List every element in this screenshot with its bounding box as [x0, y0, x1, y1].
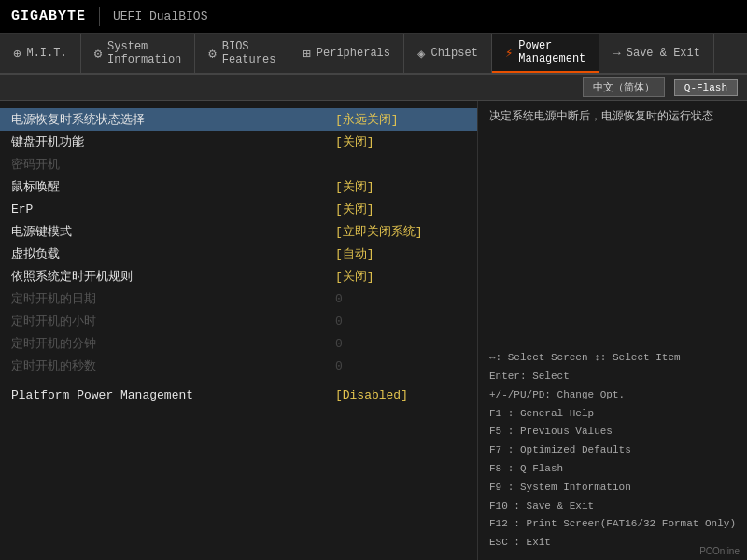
menu-label-7: 依照系统定时开机规则 [11, 268, 335, 285]
menu-row-6[interactable]: 虚拟负载[自动] [0, 243, 477, 265]
menu-label-6: 虚拟负载 [11, 245, 335, 262]
lang-bar: 中文（简体） Q-Flash [0, 75, 747, 101]
lang-button[interactable]: 中文（简体） [583, 77, 665, 97]
nav-tab-bios[interactable]: ⚙BIOSFeatures [195, 34, 289, 73]
menu-row-10[interactable]: 定时开机的分钟0 [0, 332, 477, 355]
menu-value-3: [关闭] [335, 178, 466, 195]
menu-value-8: 0 [335, 292, 466, 306]
menu-label-3: 鼠标唤醒 [11, 178, 335, 195]
nav-tabs: ⊕M.I.T.⚙SystemInformation⚙BIOSFeatures⊞P… [0, 34, 747, 75]
menu-label-9: 定时开机的小时 [11, 313, 335, 329]
menu-value-0: [永远关闭] [335, 111, 466, 128]
menu-value-9: 0 [335, 315, 466, 329]
menu-label-10: 定时开机的分钟 [11, 335, 335, 352]
key-hint-1: Enter: Select [489, 368, 736, 386]
periph-icon: ⊞ [303, 46, 310, 62]
menu-value-10: 0 [335, 337, 466, 351]
nav-tab-mit[interactable]: ⊕M.I.T. [0, 34, 81, 73]
menu-label-2: 密码开机 [11, 156, 466, 173]
menu-value-4: [关闭] [335, 201, 466, 217]
key-hint-4: F5 : Previous Values [489, 423, 736, 441]
nav-tab-chipset[interactable]: ◈Chipset [404, 34, 492, 73]
right-panel: 决定系统电源中断后，电源恢复时的运行状态 ↔: Select Screen ↕:… [478, 101, 747, 560]
brand-subtitle: UEFI DualBIOS [113, 9, 207, 23]
nav-tab-label-mit: M.I.T. [26, 47, 66, 60]
menu-value-1: [关闭] [335, 133, 466, 150]
menu-row-8[interactable]: 定时开机的日期0 [0, 287, 477, 310]
menu-value-11: 0 [335, 359, 466, 373]
key-hint-6: F8 : Q-Flash [489, 460, 736, 479]
menu-value-7: [关闭] [335, 268, 466, 285]
menu-row-7[interactable]: 依照系统定时开机规则[关闭] [0, 265, 477, 287]
menu-label-8: 定时开机的日期 [11, 290, 335, 307]
brand-bar: GIGABYTE UEFI DualBIOS [0, 0, 747, 34]
menu-label-1: 键盘开机功能 [11, 133, 335, 150]
key-hint-9: F12 : Print Screen(FAT16/32 Format Only) [489, 515, 736, 534]
left-panel: 电源恢复时系统状态选择[永远关闭]键盘开机功能[关闭]密码开机鼠标唤醒[关闭]E… [0, 101, 478, 560]
key-hint-2: +/-/PU/PD: Change Opt. [489, 386, 736, 405]
menu-row-4[interactable]: ErP[关闭] [0, 198, 477, 220]
menu-row-0[interactable]: 电源恢复时系统状态选择[永远关闭] [0, 108, 477, 131]
nav-tab-sysinfo[interactable]: ⚙SystemInformation [81, 34, 196, 73]
nav-tab-label-chipset: Chipset [430, 47, 477, 60]
menu-row-13[interactable]: Platform Power Management[Disabled] [0, 385, 477, 405]
nav-tab-power[interactable]: ⚡PowerManagement [492, 34, 599, 73]
key-hint-0: ↔: Select Screen ↕: Select Item [489, 349, 736, 368]
nav-tab-label-bios: BIOSFeatures [222, 40, 276, 67]
power-icon: ⚡ [505, 45, 513, 61]
nav-tab-exit[interactable]: →Save & Exit [599, 34, 714, 73]
nav-tab-label-exit: Save & Exit [627, 47, 700, 60]
menu-label-13: Platform Power Management [11, 388, 335, 402]
menu-label-11: 定时开机的秒数 [11, 357, 335, 374]
menu-row-11[interactable]: 定时开机的秒数0 [0, 355, 477, 377]
menu-value-5: [立即关闭系统] [335, 223, 466, 240]
help-text: 决定系统电源中断后，电源恢复时的运行状态 [489, 108, 736, 126]
menu-row-1[interactable]: 键盘开机功能[关闭] [0, 131, 477, 153]
menu-value-13: [Disabled] [335, 388, 466, 402]
exit-icon: → [613, 46, 620, 61]
key-hints: ↔: Select Screen ↕: Select ItemEnter: Se… [489, 349, 736, 553]
sysinfo-icon: ⚙ [94, 46, 102, 62]
nav-tab-periph[interactable]: ⊞Peripherals [289, 34, 404, 73]
watermark: PCOnline [699, 546, 740, 556]
menu-value-6: [自动] [335, 245, 466, 262]
main-content: 电源恢复时系统状态选择[永远关闭]键盘开机功能[关闭]密码开机鼠标唤醒[关闭]E… [0, 101, 747, 560]
chipset-icon: ◈ [417, 46, 425, 62]
key-hint-8: F10 : Save & Exit [489, 497, 736, 516]
key-hint-3: F1 : General Help [489, 405, 736, 424]
nav-tab-label-power: PowerManagement [518, 39, 585, 66]
mit-icon: ⊕ [13, 46, 21, 62]
brand-logo: GIGABYTE [11, 8, 86, 24]
key-hint-7: F9 : System Information [489, 479, 736, 497]
nav-tab-label-sysinfo: SystemInformation [107, 40, 181, 67]
key-hint-5: F7 : Optimized Defaults [489, 441, 736, 460]
section-divider-12 [0, 377, 477, 385]
menu-row-5[interactable]: 电源键模式[立即关闭系统] [0, 220, 477, 243]
menu-label-4: ErP [11, 203, 335, 217]
menu-row-9[interactable]: 定时开机的小时0 [0, 310, 477, 332]
menu-label-0: 电源恢复时系统状态选择 [11, 111, 335, 128]
qflash-button[interactable]: Q-Flash [674, 79, 738, 96]
nav-tab-label-periph: Peripherals [317, 47, 390, 60]
bios-icon: ⚙ [208, 46, 216, 62]
menu-row-3[interactable]: 鼠标唤醒[关闭] [0, 175, 477, 198]
brand-divider [99, 7, 100, 26]
menu-label-5: 电源键模式 [11, 223, 335, 240]
menu-row-2[interactable]: 密码开机 [0, 153, 477, 175]
